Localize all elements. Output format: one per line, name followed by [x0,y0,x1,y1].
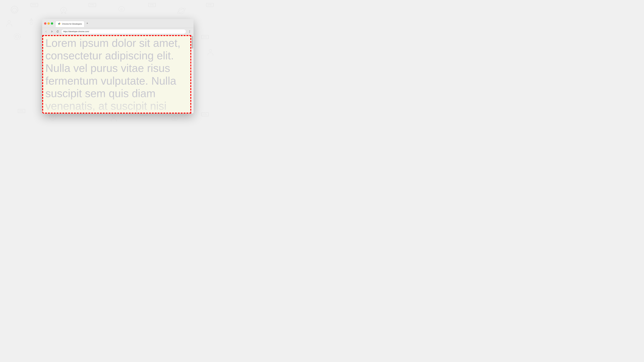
pattern-person-bottom [110,114,118,124]
new-tab-button[interactable]: + [85,21,90,26]
browser-menu-button[interactable] [188,29,192,34]
pattern-rocket [60,6,68,15]
pattern-recycle [27,18,36,26]
pattern-rocket-2 [118,6,126,14]
nav-bar: https://developer.chrome.com/ [42,28,194,35]
svg-point-2 [121,8,122,10]
scrollbar-thumb[interactable] [192,36,193,48]
pattern-html-6: HTML [201,35,209,38]
tab-area: Chrome for Developers + [56,19,192,28]
pattern-rocket-bottom [171,115,179,124]
svg-point-12 [174,118,176,119]
pattern-html-4: HTML [206,3,214,6]
pattern-person [5,19,14,29]
address-bar[interactable]: https://developer.chrome.com/ [61,29,186,34]
pattern-recycle-bottom [48,113,57,122]
svg-point-8 [14,33,20,40]
pattern-html-2: HTML [88,3,96,6]
svg-point-4 [177,7,186,14]
svg-point-6 [30,22,33,25]
svg-point-1 [63,9,64,11]
pattern-icon [10,5,19,15]
tab-title: Chrome for Developers [62,23,82,25]
maximize-button[interactable] [51,22,53,25]
svg-point-9 [209,49,212,52]
pattern-person-2 [206,48,215,58]
viewport-fade [42,94,191,114]
refresh-button[interactable] [56,29,60,34]
svg-point-16 [190,30,190,31]
traffic-lights [44,22,53,25]
forward-button[interactable] [50,29,54,34]
pattern-html-3: HTML [148,3,156,6]
pattern-planet [177,6,186,16]
svg-point-10 [50,114,56,120]
svg-point-15 [59,23,60,24]
scrollbar-track[interactable] [191,35,194,114]
svg-point-18 [190,32,190,33]
pattern-html-bottom: HTML [18,109,25,112]
title-bar: Chrome for Developers + [42,19,194,28]
back-button[interactable] [44,29,48,34]
minimize-button[interactable] [48,22,50,25]
viewport: Lorem ipsum dolor sit amet, consectetur … [42,35,194,114]
tab-favicon [58,22,61,26]
pattern-html-bottom-4: HTML [201,113,209,115]
active-tab[interactable]: Chrome for Developers [56,21,84,27]
svg-point-11 [112,115,115,118]
svg-point-17 [190,31,190,32]
svg-point-7 [16,35,19,38]
browser-window: Chrome for Developers + https://develope… [42,19,194,114]
svg-point-5 [8,20,10,23]
url-text: https://developer.chrome.com/ [63,30,184,33]
close-button[interactable] [44,22,46,25]
pattern-gear [13,32,22,42]
svg-point-0 [11,6,18,13]
svg-point-3 [178,8,184,14]
pattern-html-badge: HTML [30,3,38,6]
